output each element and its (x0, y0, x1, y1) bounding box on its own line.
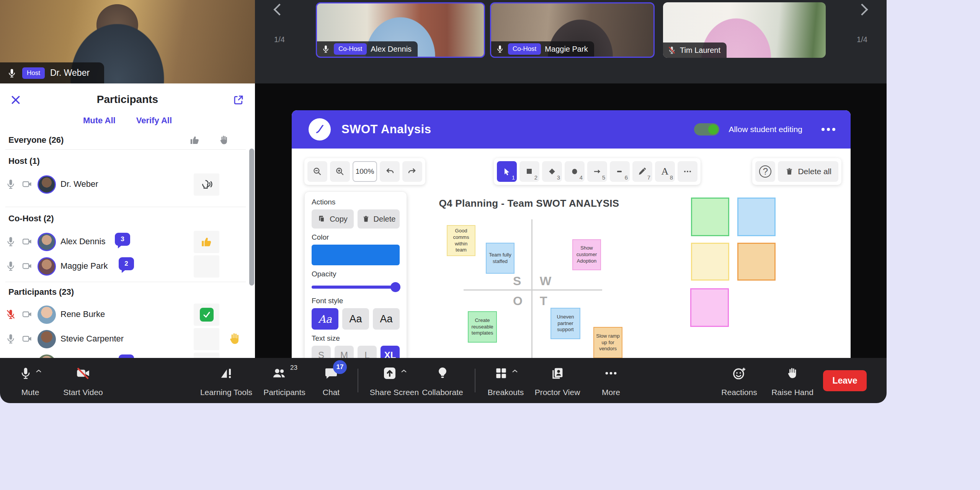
font-style-sans-button[interactable]: Aa (342, 308, 369, 330)
sticky-note[interactable]: Show customer Adoption (572, 239, 601, 270)
sticky-note[interactable]: Create reuseable templates (468, 311, 497, 343)
arrow-tool-button[interactable]: 5 (587, 161, 607, 182)
share-screen-icon (382, 366, 397, 381)
more-options-icon[interactable] (822, 128, 835, 131)
mic-on-icon[interactable] (5, 236, 16, 247)
mic-on-icon[interactable] (5, 333, 16, 344)
video-tile-maggie[interactable]: Co-Host Maggie Park (490, 2, 655, 58)
palette-note-blue[interactable] (737, 198, 776, 236)
camera-icon[interactable] (21, 236, 33, 247)
arrow-icon (593, 167, 602, 176)
reaction-box[interactable] (194, 328, 219, 350)
sticky-note[interactable]: Uneven partner support (550, 308, 580, 339)
breakouts-button[interactable]: Breakouts (481, 358, 531, 403)
raise-hand-button[interactable]: Raise Hand (766, 358, 819, 403)
reaction-box[interactable] (194, 353, 219, 358)
chevron-up-icon[interactable] (512, 369, 518, 373)
palette-note-orange[interactable] (737, 243, 776, 281)
size-xl-button[interactable]: XL (381, 346, 400, 358)
participant-row[interactable]: Dr. Weber (0, 172, 255, 197)
pencil-tool-button[interactable]: 7 (632, 161, 652, 182)
reaction-box[interactable] (194, 304, 219, 326)
thumbs-up-icon[interactable] (189, 134, 201, 146)
reactions-button[interactable]: Reactions (714, 358, 764, 403)
diamond-tool-button[interactable]: 3 (542, 161, 562, 182)
mic-on-icon[interactable] (5, 261, 16, 271)
mic-on-icon[interactable] (5, 179, 16, 189)
camera-icon[interactable] (21, 333, 33, 344)
participant-row[interactable]: Rene Burke (0, 302, 255, 327)
host-section-label: Host (1) (8, 156, 40, 166)
ellipse-tool-button[interactable]: 4 (565, 161, 585, 182)
color-swatch[interactable] (312, 245, 400, 265)
learning-tools-button[interactable]: Learning Tools (198, 358, 255, 403)
palette-note-pink[interactable] (690, 288, 729, 327)
font-style-serif-button[interactable]: Aa (373, 308, 400, 330)
participants-button[interactable]: 23 Participants (260, 358, 309, 403)
reaction-box[interactable] (194, 173, 219, 196)
reaction-box[interactable] (194, 255, 219, 278)
reaction-box[interactable] (194, 231, 219, 253)
tool-palette: 1 2 3 4 5 (494, 158, 701, 185)
participant-row[interactable]: Maggie Park 2 (0, 254, 255, 279)
popout-icon[interactable] (233, 94, 244, 106)
camera-icon[interactable] (21, 309, 33, 320)
line-tool-button[interactable]: 6 (610, 161, 630, 182)
size-m-button[interactable]: M (335, 346, 354, 358)
redo-button[interactable] (402, 161, 422, 182)
size-l-button[interactable]: L (358, 346, 377, 358)
proctor-view-button[interactable]: Proctor View (531, 358, 584, 403)
camera-icon[interactable] (21, 261, 33, 271)
panel-scrollbar[interactable] (249, 149, 254, 286)
chevron-right-icon[interactable] (856, 3, 868, 15)
mute-all-button[interactable]: Mute All (83, 116, 116, 126)
zoom-out-button[interactable] (307, 161, 327, 182)
delete-all-button[interactable]: Delete all (778, 161, 838, 182)
font-style-script-button[interactable]: Aa (312, 308, 338, 330)
chevron-left-icon[interactable] (273, 3, 285, 15)
opacity-slider[interactable] (312, 282, 400, 292)
verify-all-button[interactable]: Verify All (136, 116, 172, 126)
video-tile-tim[interactable]: Tim Laurent (663, 2, 826, 58)
zoom-level-field[interactable]: 100% (353, 161, 377, 182)
mute-button[interactable]: Mute (9, 358, 51, 403)
participant-row[interactable]: Alex Dennis 3 (0, 230, 255, 254)
host-video-tile[interactable]: Host Dr. Weber (0, 0, 255, 83)
text-tool-button[interactable]: A 8 (655, 161, 675, 182)
toggle-knob (708, 124, 718, 134)
zoom-in-button[interactable] (330, 161, 350, 182)
sticky-note[interactable]: Team fully staffed (486, 243, 514, 274)
mic-muted-icon[interactable] (5, 309, 16, 320)
sticky-note[interactable]: Good comms within team (447, 225, 475, 256)
select-tool-button[interactable]: 1 (497, 161, 517, 182)
participant-name: Maggie Park (545, 45, 588, 54)
delete-button[interactable]: Delete (358, 209, 400, 229)
more-button[interactable]: More (592, 358, 630, 403)
chevron-up-icon[interactable] (401, 369, 407, 373)
camera-icon[interactable] (21, 179, 33, 189)
copy-button[interactable]: Copy (312, 209, 354, 229)
undo-button[interactable] (380, 161, 400, 182)
leave-button[interactable]: Leave (823, 370, 867, 391)
meeting-toolbar: Mute Start Video Learning Tools 23 Parti… (0, 358, 887, 403)
more-tools-button[interactable] (678, 161, 697, 182)
rectangle-tool-button[interactable]: 2 (519, 161, 539, 182)
chevron-up-icon[interactable] (36, 369, 42, 373)
collaborate-button[interactable]: Collaborate (416, 358, 469, 403)
allow-editing-toggle[interactable] (694, 123, 719, 136)
slider-knob[interactable] (390, 282, 400, 292)
size-s-button[interactable]: S (312, 346, 331, 358)
palette-note-yellow[interactable] (691, 243, 729, 281)
participant-name: Maggie Park (60, 261, 108, 271)
palette-note-green[interactable] (691, 198, 729, 236)
participant-row[interactable]: Stevie Carpenter (0, 327, 255, 351)
square-icon (525, 167, 534, 176)
pager-count: 1/4 (851, 35, 874, 44)
help-button[interactable]: ? (755, 161, 775, 182)
raise-hand-icon[interactable] (218, 134, 230, 146)
sticky-note[interactable]: Slow ramp up for vendors (593, 327, 622, 358)
chat-button[interactable]: 17 Chat (314, 358, 348, 403)
start-video-button[interactable]: Start Video (54, 358, 112, 403)
participant-row[interactable]: Antonio Soto 2 (0, 351, 255, 358)
video-tile-alex[interactable]: Co-Host Alex Dennis (316, 2, 485, 58)
